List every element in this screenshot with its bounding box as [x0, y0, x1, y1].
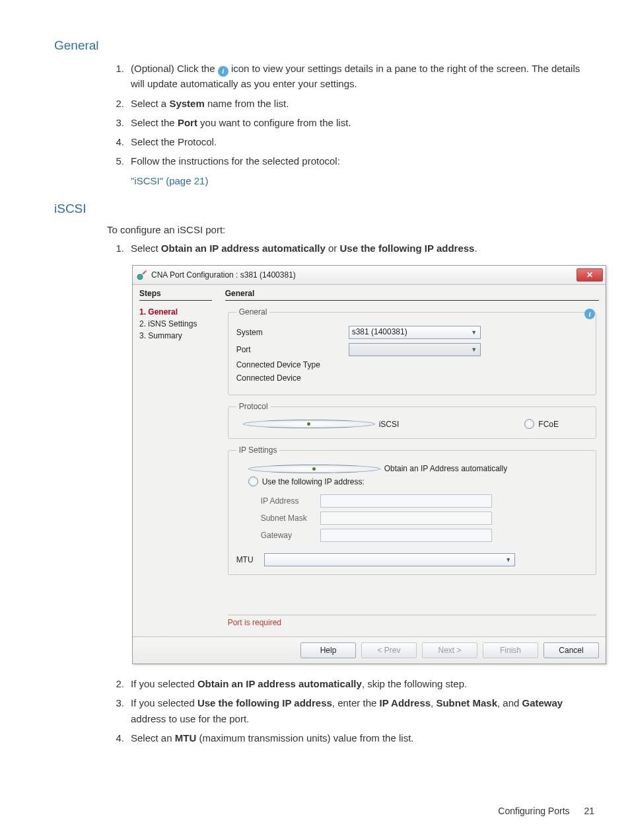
port-bold: Port	[178, 117, 197, 128]
protocol-fcoe-radio[interactable]: FCoE	[524, 419, 559, 429]
step-body: Select the Protocol.	[131, 134, 594, 149]
step-body: Follow the instructions for the selected…	[131, 153, 594, 188]
text: , skip the following step.	[362, 678, 467, 689]
system-bold: System	[169, 98, 204, 109]
text: Select an	[131, 732, 175, 744]
list-item: 5. Follow the instructions for the selec…	[107, 153, 594, 188]
info-icon: i	[218, 66, 228, 77]
wizard-step-isns[interactable]: 2. iSNS Settings	[139, 318, 212, 330]
close-button[interactable]: ✕	[577, 268, 603, 282]
radio-label: Obtain an IP Address automatically	[384, 464, 508, 473]
next-button[interactable]: Next >	[422, 642, 477, 658]
ip-settings-fieldset: IP Settings Obtain an IP Address automat…	[228, 445, 596, 575]
list-item: 3. If you selected Use the following IP …	[107, 695, 594, 726]
info-icon[interactable]: i	[584, 309, 595, 319]
step-number: 4.	[107, 134, 131, 149]
general-steps-list: 1. (Optional) Click the i icon to view y…	[107, 61, 594, 188]
list-item: 4. Select an MTU (maximum transmission u…	[107, 730, 594, 745]
use-bold: Use the following IP address	[197, 697, 332, 708]
step-number: 5.	[107, 153, 131, 188]
ip-bold: IP Address	[380, 697, 431, 708]
iscsi-steps-list-top: 1. Select Obtain an IP address automatic…	[107, 241, 594, 256]
chevron-down-icon: ▼	[504, 555, 513, 564]
step-number: 1.	[107, 241, 131, 256]
list-item: 1. Select Obtain an IP address automatic…	[107, 241, 594, 256]
list-item: 2. Select a System name from the list.	[107, 96, 594, 111]
radio-selected-icon	[243, 420, 375, 428]
mtu-bold: MTU	[175, 732, 197, 744]
cna-port-dialog: CNA Port Configuration : s381 (1400381) …	[132, 265, 606, 664]
button-bar: Help < Prev Next > Finish Cancel	[133, 636, 606, 664]
help-button[interactable]: Help	[300, 642, 356, 658]
validation-message: Port is required	[228, 615, 596, 627]
mtu-select[interactable]: ▼	[264, 553, 515, 566]
system-label: System	[236, 328, 349, 337]
text: Select the	[131, 117, 178, 128]
port-select[interactable]: ▼	[349, 343, 481, 356]
page-footer: Configuring Ports 21	[498, 806, 594, 816]
iscsi-intro: To configure an iSCSI port:	[107, 224, 594, 235]
iscsi-link[interactable]: "iSCSI" (page 21)	[131, 175, 208, 186]
ip-address-input[interactable]	[320, 494, 492, 508]
titlebar: CNA Port Configuration : s381 (1400381) …	[133, 266, 606, 285]
text: Select a	[131, 98, 169, 109]
system-value: s381 (1400381)	[352, 327, 407, 336]
wizard-step-summary[interactable]: 3. Summary	[139, 330, 212, 342]
system-select[interactable]: s381 (1400381)▼	[349, 326, 481, 339]
wizard-step-general[interactable]: 1. General	[139, 306, 212, 318]
protocol-legend: Protocol	[236, 402, 271, 411]
use-bold: Use the following IP address	[340, 243, 475, 254]
gateway-input[interactable]	[320, 529, 492, 542]
text: (Optional) Click the	[131, 63, 218, 74]
text: Select	[131, 243, 161, 254]
svg-point-1	[145, 270, 147, 272]
list-item: 4. Select the Protocol.	[107, 134, 594, 149]
text: , and	[497, 697, 522, 708]
steps-pane: Steps 1. General 2. iSNS Settings 3. Sum…	[133, 285, 219, 636]
step-number: 1.	[107, 61, 131, 92]
step-body: Select Obtain an IP address automaticall…	[131, 241, 594, 256]
connected-device-label: Connected Device	[236, 373, 349, 383]
text: address to use for the port.	[131, 713, 249, 724]
finish-button[interactable]: Finish	[483, 642, 538, 658]
step-body: Select the Port you want to configure fr…	[131, 115, 594, 130]
subnet-mask-input[interactable]	[320, 512, 492, 525]
radio-icon	[248, 477, 258, 486]
list-item: 1. (Optional) Click the i icon to view y…	[107, 61, 594, 92]
step-body: If you selected Obtain an IP address aut…	[131, 676, 594, 691]
step-number: 4.	[107, 730, 131, 745]
radio-label: FCoE	[538, 420, 559, 429]
step-body: (Optional) Click the i icon to view your…	[131, 61, 594, 92]
obtain-ip-radio[interactable]: Obtain an IP Address automatically	[248, 464, 588, 473]
ip-address-label: IP Address	[261, 496, 320, 506]
wizard-icon	[137, 270, 147, 280]
page-number: 21	[584, 806, 594, 816]
general-fieldset: General System s381 (1400381)▼ Port ▼ Co…	[228, 307, 596, 395]
port-label: Port	[236, 345, 349, 354]
text: or	[326, 243, 340, 254]
obtain-bold: Obtain an IP address automatically	[161, 243, 326, 254]
cancel-button[interactable]: Cancel	[543, 642, 599, 658]
gateway-label: Gateway	[261, 531, 320, 540]
general-legend: General	[236, 307, 270, 317]
content-pane: General i General System s381 (1400381)▼…	[219, 285, 606, 636]
protocol-iscsi-radio[interactable]: iSCSI	[243, 419, 400, 429]
text: .	[474, 243, 477, 254]
use-ip-radio[interactable]: Use the following IP address:	[248, 477, 588, 486]
list-item: 3. Select the Port you want to configure…	[107, 115, 594, 130]
footer-title: Configuring Ports	[498, 806, 569, 816]
mtu-label: MTU	[236, 555, 259, 564]
section-heading-general: General	[54, 38, 594, 53]
text: Follow the instructions for the selected…	[131, 155, 340, 167]
step-number: 3.	[107, 695, 131, 726]
step-body: Select an MTU (maximum transmission unit…	[131, 730, 594, 745]
radio-label: iSCSI	[379, 420, 400, 429]
prev-button[interactable]: < Prev	[361, 642, 417, 658]
svg-point-0	[137, 274, 143, 280]
obtain-bold: Obtain an IP address automatically	[197, 678, 362, 689]
radio-icon	[524, 419, 534, 429]
gateway-bold: Gateway	[522, 697, 563, 708]
protocol-fieldset: Protocol iSCSI FCoE	[228, 402, 596, 439]
radio-selected-icon	[248, 465, 380, 473]
step-body: Select a System name from the list.	[131, 96, 594, 111]
